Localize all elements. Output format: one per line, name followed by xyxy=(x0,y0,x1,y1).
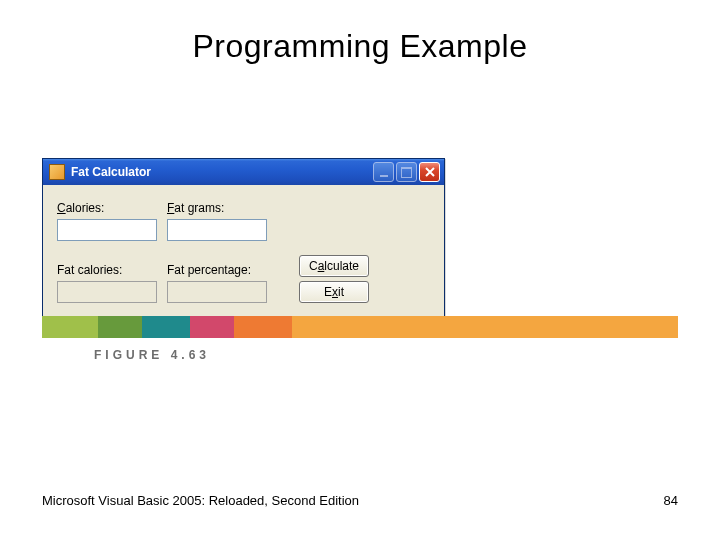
maximize-button[interactable] xyxy=(396,162,417,182)
calories-label: Calories: xyxy=(57,201,167,215)
window-controls xyxy=(373,162,440,182)
calories-input[interactable] xyxy=(57,219,157,241)
window-title: Fat Calculator xyxy=(71,165,373,179)
page-number: 84 xyxy=(664,493,678,508)
fat-percentage-output xyxy=(167,281,267,303)
fat-grams-input[interactable] xyxy=(167,219,267,241)
exit-button[interactable]: Exit xyxy=(299,281,369,303)
fat-percentage-label: Fat percentage: xyxy=(167,263,287,277)
figure-label: FIGURE 4.63 xyxy=(94,348,210,362)
fat-calories-label: Fat calories: xyxy=(57,263,167,277)
slide-title: Programming Example xyxy=(0,28,720,65)
footer-text: Microsoft Visual Basic 2005: Reloaded, S… xyxy=(42,493,359,508)
app-window: Fat Calculator Calories: Fat grams: Fat … xyxy=(42,158,445,320)
fat-grams-label: Fat grams: xyxy=(167,201,287,215)
window-client-area: Calories: Fat grams: Fat calories: Fat p… xyxy=(43,185,444,319)
calculate-button[interactable]: Calculate xyxy=(299,255,369,277)
titlebar[interactable]: Fat Calculator xyxy=(43,159,444,185)
close-icon xyxy=(425,167,435,177)
minimize-button[interactable] xyxy=(373,162,394,182)
fat-calories-output xyxy=(57,281,157,303)
app-icon xyxy=(49,164,65,180)
close-button[interactable] xyxy=(419,162,440,182)
decorative-color-bar xyxy=(42,316,678,338)
